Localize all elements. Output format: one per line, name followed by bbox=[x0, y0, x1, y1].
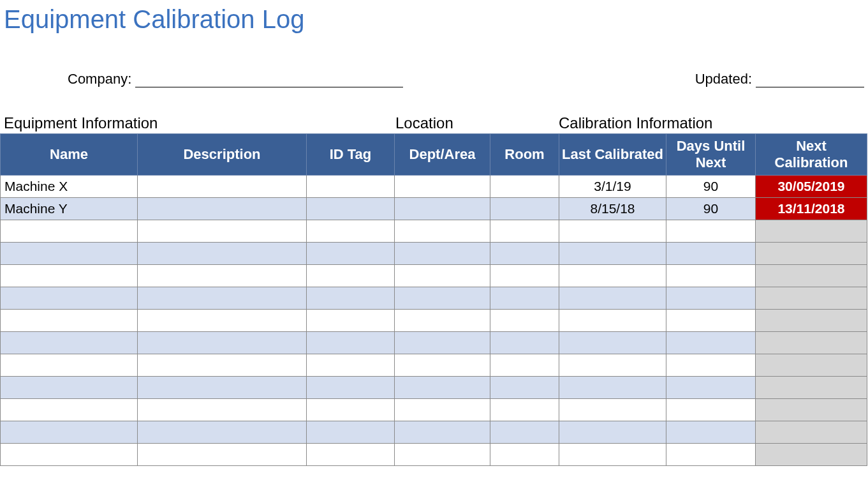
cell-dept-area[interactable] bbox=[395, 399, 490, 421]
cell-description[interactable] bbox=[138, 444, 307, 466]
cell-id-tag[interactable] bbox=[307, 444, 395, 466]
cell-description[interactable] bbox=[138, 220, 307, 243]
updated-field[interactable] bbox=[756, 71, 864, 87]
cell-next-calibration[interactable] bbox=[756, 421, 867, 444]
cell-name[interactable]: Machine X bbox=[1, 176, 138, 198]
cell-days-until-next[interactable] bbox=[666, 220, 756, 243]
cell-id-tag[interactable] bbox=[307, 243, 395, 265]
cell-room[interactable] bbox=[490, 265, 559, 287]
cell-description[interactable] bbox=[138, 198, 307, 220]
cell-last-calibrated[interactable] bbox=[559, 310, 666, 332]
cell-id-tag[interactable] bbox=[307, 421, 395, 444]
cell-days-until-next[interactable] bbox=[666, 421, 756, 444]
cell-room[interactable] bbox=[490, 287, 559, 310]
cell-last-calibrated[interactable] bbox=[559, 444, 666, 466]
cell-id-tag[interactable] bbox=[307, 265, 395, 287]
cell-name[interactable] bbox=[1, 332, 138, 354]
cell-id-tag[interactable] bbox=[307, 220, 395, 243]
cell-last-calibrated[interactable] bbox=[559, 354, 666, 377]
cell-name[interactable]: Machine Y bbox=[1, 198, 138, 220]
cell-room[interactable] bbox=[490, 198, 559, 220]
cell-days-until-next[interactable] bbox=[666, 287, 756, 310]
cell-name[interactable] bbox=[1, 421, 138, 444]
cell-description[interactable] bbox=[138, 176, 307, 198]
cell-room[interactable] bbox=[490, 243, 559, 265]
cell-last-calibrated[interactable] bbox=[559, 243, 666, 265]
cell-next-calibration[interactable] bbox=[756, 310, 867, 332]
cell-days-until-next[interactable] bbox=[666, 332, 756, 354]
cell-dept-area[interactable] bbox=[395, 176, 490, 198]
cell-id-tag[interactable] bbox=[307, 332, 395, 354]
cell-name[interactable] bbox=[1, 243, 138, 265]
cell-room[interactable] bbox=[490, 377, 559, 399]
cell-name[interactable] bbox=[1, 265, 138, 287]
cell-dept-area[interactable] bbox=[395, 220, 490, 243]
cell-room[interactable] bbox=[490, 176, 559, 198]
cell-name[interactable] bbox=[1, 444, 138, 466]
cell-dept-area[interactable] bbox=[395, 354, 490, 377]
cell-next-calibration[interactable] bbox=[756, 332, 867, 354]
cell-id-tag[interactable] bbox=[307, 310, 395, 332]
cell-days-until-next[interactable] bbox=[666, 310, 756, 332]
cell-room[interactable] bbox=[490, 310, 559, 332]
cell-days-until-next[interactable] bbox=[666, 265, 756, 287]
cell-description[interactable] bbox=[138, 354, 307, 377]
cell-last-calibrated[interactable] bbox=[559, 220, 666, 243]
cell-description[interactable] bbox=[138, 332, 307, 354]
cell-name[interactable] bbox=[1, 377, 138, 399]
cell-next-calibration[interactable] bbox=[756, 354, 867, 377]
cell-dept-area[interactable] bbox=[395, 198, 490, 220]
cell-room[interactable] bbox=[490, 220, 559, 243]
cell-name[interactable] bbox=[1, 354, 138, 377]
cell-dept-area[interactable] bbox=[395, 421, 490, 444]
cell-days-until-next[interactable]: 90 bbox=[666, 198, 756, 220]
cell-last-calibrated[interactable] bbox=[559, 265, 666, 287]
cell-days-until-next[interactable] bbox=[666, 243, 756, 265]
cell-last-calibrated[interactable]: 8/15/18 bbox=[559, 198, 666, 220]
cell-id-tag[interactable] bbox=[307, 377, 395, 399]
cell-dept-area[interactable] bbox=[395, 332, 490, 354]
cell-days-until-next[interactable] bbox=[666, 354, 756, 377]
cell-last-calibrated[interactable] bbox=[559, 287, 666, 310]
cell-description[interactable] bbox=[138, 243, 307, 265]
cell-last-calibrated[interactable] bbox=[559, 332, 666, 354]
cell-next-calibration[interactable] bbox=[756, 444, 867, 466]
cell-dept-area[interactable] bbox=[395, 287, 490, 310]
cell-days-until-next[interactable] bbox=[666, 444, 756, 466]
cell-description[interactable] bbox=[138, 265, 307, 287]
company-field[interactable] bbox=[135, 71, 403, 87]
cell-id-tag[interactable] bbox=[307, 287, 395, 310]
cell-dept-area[interactable] bbox=[395, 265, 490, 287]
cell-description[interactable] bbox=[138, 421, 307, 444]
cell-dept-area[interactable] bbox=[395, 243, 490, 265]
cell-dept-area[interactable] bbox=[395, 310, 490, 332]
cell-id-tag[interactable] bbox=[307, 198, 395, 220]
cell-last-calibrated[interactable]: 3/1/19 bbox=[559, 176, 666, 198]
cell-last-calibrated[interactable] bbox=[559, 377, 666, 399]
cell-room[interactable] bbox=[490, 332, 559, 354]
cell-days-until-next[interactable]: 90 bbox=[666, 176, 756, 198]
cell-description[interactable] bbox=[138, 310, 307, 332]
cell-days-until-next[interactable] bbox=[666, 399, 756, 421]
cell-next-calibration[interactable] bbox=[756, 287, 867, 310]
cell-next-calibration[interactable] bbox=[756, 243, 867, 265]
cell-room[interactable] bbox=[490, 421, 559, 444]
cell-id-tag[interactable] bbox=[307, 176, 395, 198]
cell-room[interactable] bbox=[490, 399, 559, 421]
cell-description[interactable] bbox=[138, 287, 307, 310]
cell-id-tag[interactable] bbox=[307, 354, 395, 377]
cell-last-calibrated[interactable] bbox=[559, 421, 666, 444]
cell-next-calibration[interactable]: 30/05/2019 bbox=[756, 176, 867, 198]
cell-last-calibrated[interactable] bbox=[559, 399, 666, 421]
cell-id-tag[interactable] bbox=[307, 399, 395, 421]
cell-name[interactable] bbox=[1, 220, 138, 243]
cell-days-until-next[interactable] bbox=[666, 377, 756, 399]
cell-description[interactable] bbox=[138, 377, 307, 399]
cell-room[interactable] bbox=[490, 354, 559, 377]
cell-next-calibration[interactable] bbox=[756, 399, 867, 421]
cell-dept-area[interactable] bbox=[395, 377, 490, 399]
cell-name[interactable] bbox=[1, 310, 138, 332]
cell-next-calibration[interactable] bbox=[756, 220, 867, 243]
cell-name[interactable] bbox=[1, 399, 138, 421]
cell-name[interactable] bbox=[1, 287, 138, 310]
